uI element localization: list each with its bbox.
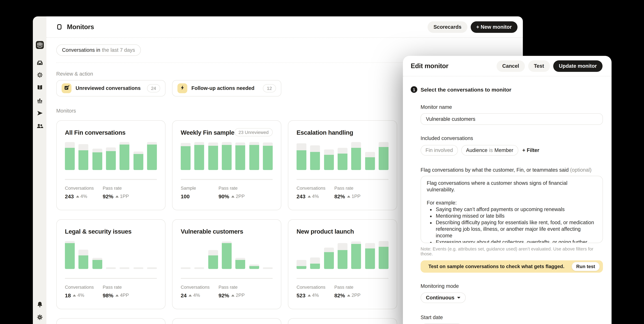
monitor-name-input[interactable] <box>420 113 603 125</box>
included-filter-chip[interactable]: AudienceisMember <box>461 145 518 156</box>
monitor-card-header: New product launch <box>296 227 388 235</box>
outbound-icon[interactable] <box>36 110 43 116</box>
monitoring-mode-dropdown[interactable]: Continuous <box>420 292 466 303</box>
test-button[interactable]: Test <box>528 60 550 72</box>
notifications-bell-icon[interactable] <box>36 301 43 308</box>
monitor-card[interactable]: New product launchConversations5234%Pass… <box>288 219 397 309</box>
chart-bar-fill <box>379 147 388 170</box>
monitor-card-stats: Sample100Pass rate90%2PP <box>181 186 273 199</box>
new-monitor-button[interactable]: + New monitor <box>470 21 518 32</box>
flag-bullet: Describing difficulty paying for essenti… <box>436 219 597 239</box>
monitor-card-partial[interactable] <box>288 318 397 324</box>
stat-label: Pass rate <box>218 186 244 190</box>
monitor-card-title: Legal & security issues <box>65 228 132 235</box>
included-filter-chip[interactable]: Fin involved <box>420 145 458 156</box>
chart-bar <box>236 142 245 170</box>
delta-up-icon <box>308 195 311 197</box>
settings-gear-icon[interactable] <box>36 314 43 321</box>
run-test-button[interactable]: Run test <box>572 262 600 271</box>
stat-value: 82% <box>334 193 345 199</box>
knowledge-book-icon[interactable] <box>36 84 43 91</box>
intercom-logo[interactable] <box>35 41 44 49</box>
reports-icon[interactable] <box>36 97 43 104</box>
cancel-button[interactable]: Cancel <box>496 60 525 72</box>
chart-bar-fill <box>324 252 334 269</box>
flag-bullet: Mentioning missed or late bills <box>436 213 597 219</box>
monitor-card-partial[interactable] <box>56 318 166 324</box>
card-divider <box>296 278 388 279</box>
stat-delta: 4% <box>189 293 200 298</box>
monitor-card-stats: Conversations5234%Pass rate82%2PP <box>296 284 388 298</box>
update-monitor-button[interactable]: Update monitor <box>553 60 602 72</box>
monitor-card-chart <box>181 142 273 170</box>
flag-example-heading: For example: <box>427 200 597 206</box>
stat-label: Pass rate <box>334 186 360 190</box>
delta-up-icon <box>189 294 192 296</box>
chart-bar-fill <box>194 145 204 170</box>
card-divider <box>65 278 157 279</box>
delta-text: 4% <box>80 194 87 199</box>
monitor-card-title: New product launch <box>296 228 354 235</box>
chart-bar-fill <box>222 145 232 170</box>
stat: Pass rate98%4PP <box>103 284 129 298</box>
flag-description-textarea[interactable]: Flag conversations where a customer show… <box>420 176 603 243</box>
stat-value-row: 5234% <box>296 292 334 298</box>
stat-value: 523 <box>296 292 306 298</box>
card-divider <box>181 179 273 180</box>
fin-ai-icon[interactable] <box>36 72 43 78</box>
flag-conversations-label: Flag conversations by what the customer,… <box>420 167 603 173</box>
card-divider <box>65 179 157 180</box>
contacts-icon[interactable] <box>36 122 43 129</box>
stat-value-row: 2434% <box>296 193 334 199</box>
chart-bar <box>324 248 334 269</box>
monitor-card-chart <box>65 142 157 170</box>
chip-text: is <box>489 148 493 153</box>
chart-bar-fill <box>78 255 88 269</box>
stat-value-row: 184% <box>65 292 103 298</box>
inbox-icon[interactable] <box>36 59 43 66</box>
monitor-card[interactable]: Escalation handlingConversations2434%Pas… <box>288 120 397 210</box>
chart-bar <box>78 144 88 170</box>
scorecards-button[interactable]: Scorecards <box>428 21 467 32</box>
chart-bar <box>263 142 273 170</box>
chart-bar-fill <box>351 148 361 170</box>
blank-line <box>427 193 597 200</box>
monitor-card-title: Vulnerable customers <box>181 228 243 235</box>
monitor-card-header: All Fin conversations <box>65 128 157 136</box>
chart-bar-fill <box>236 146 245 170</box>
flag-bullet: Saying they can’t afford payments or upc… <box>436 206 597 213</box>
monitor-card[interactable]: Legal & security issuesConversations184%… <box>56 219 166 309</box>
chart-bar <box>379 142 388 170</box>
chart-bar-fill <box>296 266 306 269</box>
monitor-card[interactable]: Vulnerable customersConversations244%Pas… <box>172 219 281 309</box>
chart-bar <box>78 250 88 269</box>
stat: Conversations184% <box>65 284 103 298</box>
delta-up-icon <box>76 195 79 197</box>
chart-bar-fill <box>208 255 218 269</box>
chart-bar-fill <box>208 146 218 170</box>
monitor-card-chart <box>181 241 273 269</box>
delta-up-icon <box>308 294 311 296</box>
stat-delta: 2PP <box>231 293 244 298</box>
monitor-card[interactable]: Weekly Fin sample23 UnreviewedSample100P… <box>172 120 281 210</box>
monitor-card-title: Weekly Fin sample <box>181 129 234 136</box>
monitor-card[interactable]: All Fin conversationsConversations2434%P… <box>56 120 166 210</box>
date-range-filter-chip[interactable]: Conversations in the last 7 days <box>56 44 141 56</box>
chart-bar <box>208 250 218 269</box>
start-date-dropdown[interactable]: Jan 1 2026 <box>420 324 463 324</box>
chart-bar-fill <box>310 152 320 170</box>
review-action-card[interactable]: Follow-up actions needed12 <box>172 80 281 96</box>
stat-value-row: 2434% <box>65 193 103 199</box>
stat-value-row: 82%1PP <box>334 193 360 199</box>
stat-delta: 4% <box>308 194 319 199</box>
monitor-card-partial[interactable] <box>172 318 281 324</box>
stat-label: Conversations <box>65 284 103 289</box>
chart-empty-slot <box>133 267 143 269</box>
chart-bar-fill <box>365 157 375 170</box>
review-action-card[interactable]: Unreviewed conversations24 <box>56 80 166 96</box>
chart-empty-slot <box>147 267 157 269</box>
add-filter-button[interactable]: + Filter <box>522 148 539 153</box>
chart-bar <box>379 241 388 269</box>
chart-bar-fill <box>65 148 75 170</box>
unreviewed-icon-tile <box>62 83 72 93</box>
